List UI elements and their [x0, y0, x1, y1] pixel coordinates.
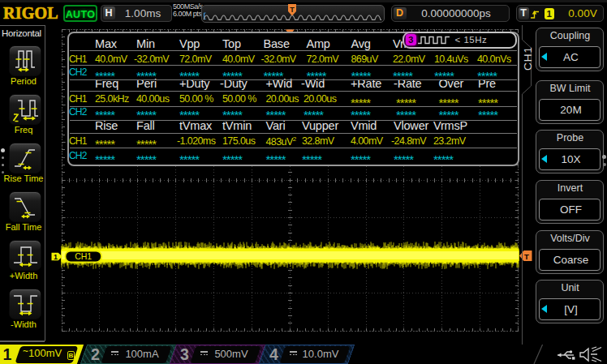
svg-text:CH1: CH1	[75, 251, 92, 261]
svg-text:1: 1	[54, 253, 58, 261]
svg-text:T: T	[290, 6, 295, 14]
